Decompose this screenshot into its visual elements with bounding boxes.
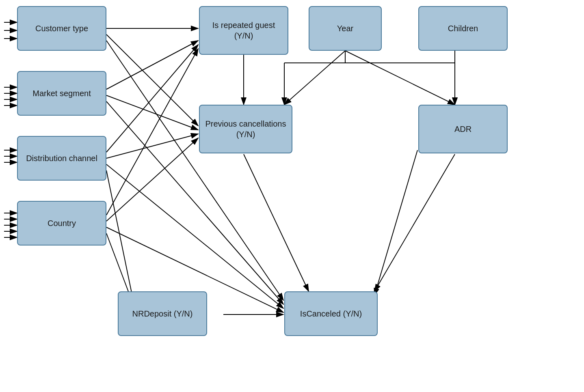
node-customer-type: Customer type	[17, 6, 106, 51]
svg-line-24	[106, 164, 283, 308]
svg-line-31	[284, 51, 345, 105]
svg-line-26	[106, 49, 198, 215]
node-previous-cancellations: Previous cancellations (Y/N)	[199, 105, 292, 153]
svg-line-40	[374, 154, 455, 291]
node-adr: ADR	[418, 105, 508, 153]
node-market-segment: Market segment	[17, 71, 106, 116]
svg-line-43	[374, 150, 417, 295]
diagram-container: Customer type Market segment Distributio…	[0, 0, 584, 392]
svg-line-27	[106, 138, 198, 221]
svg-line-18	[106, 41, 283, 300]
node-iscanceled: IsCanceled (Y/N)	[284, 291, 378, 336]
node-country: Country	[17, 201, 106, 246]
node-year: Year	[309, 6, 382, 51]
node-nrdeposit: NRDeposit (Y/N)	[118, 291, 207, 336]
svg-line-25	[106, 170, 133, 300]
svg-line-41	[244, 154, 309, 291]
svg-line-32	[345, 51, 455, 105]
node-distribution-channel: Distribution channel	[17, 136, 106, 181]
node-children: Children	[418, 6, 508, 51]
node-is-repeated-guest: Is repeated guest (Y/N)	[199, 6, 288, 55]
